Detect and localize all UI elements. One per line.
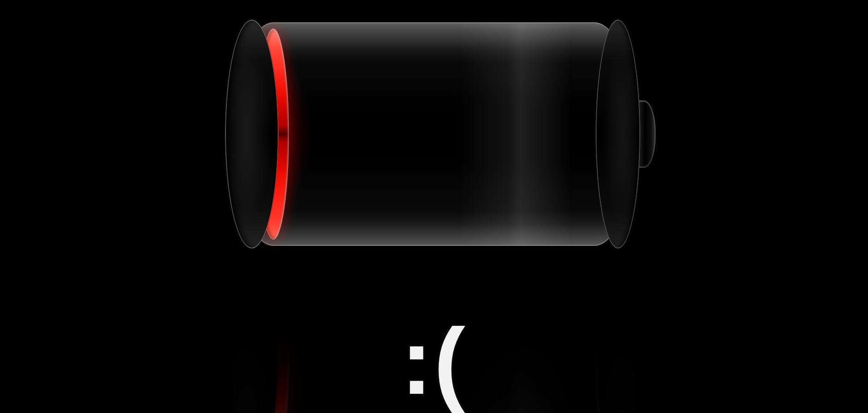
battery-endcap-left [225, 20, 279, 249]
sad-face-text: :( [401, 315, 467, 409]
battery-endcap-right [596, 20, 640, 249]
battery-body [233, 22, 635, 246]
battery-icon [233, 22, 635, 246]
battery-glass-highlight [456, 22, 572, 246]
low-battery-graphic: :( [0, 0, 868, 413]
